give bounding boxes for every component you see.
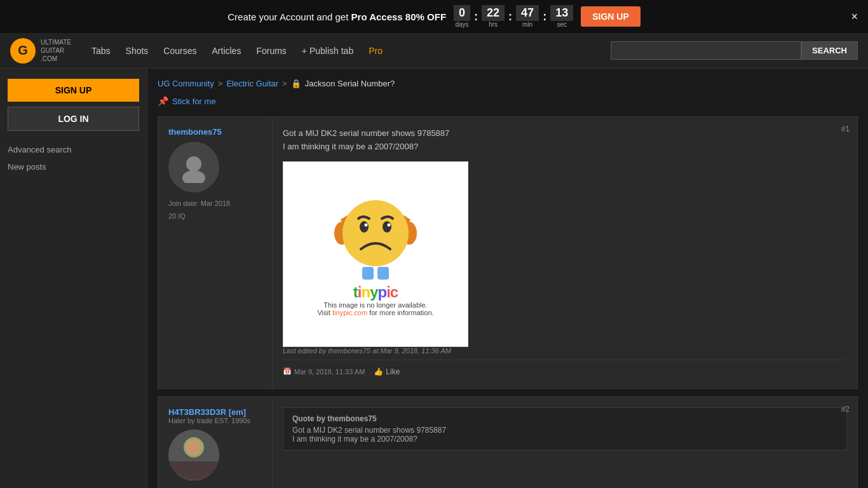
top-banner: Create your Account and get Pro Access 8… <box>0 0 868 33</box>
breadcrumb-sep1: > <box>218 79 223 88</box>
svg-point-5 <box>360 221 369 233</box>
post-1-like-button[interactable]: 👍 Like <box>369 365 405 378</box>
nav-shots-link[interactable]: Shots <box>118 33 156 69</box>
logo-text: ULTIMATE GUITAR .COM <box>41 38 71 63</box>
nav-tabs-link[interactable]: Tabs <box>84 33 118 69</box>
timer-colon-3: : <box>543 10 546 24</box>
sidebar-new-posts-link[interactable]: New posts <box>8 158 139 175</box>
default-avatar-icon <box>178 151 210 183</box>
thumbs-up-icon: 👍 <box>374 367 383 376</box>
breadcrumb-page-icon: 🔒 <box>291 79 301 88</box>
breadcrumb-guitar-link[interactable]: Electric Guitar <box>226 79 278 88</box>
nav-courses-link[interactable]: Courses <box>156 33 204 69</box>
post-1-content: #1 Got a MIJ DK2 serial number shows 978… <box>273 117 857 388</box>
logo[interactable]: G ULTIMATE GUITAR .COM <box>10 38 71 64</box>
breadcrumb: UG Community > Electric Guitar > 🔒 Jacks… <box>158 79 858 88</box>
svg-rect-10 <box>377 267 389 280</box>
post-1-footer: 📅 Mar 9, 2018, 11:33 AM 👍 Like <box>283 360 847 378</box>
timer-colon-2: : <box>508 10 512 24</box>
timer-sec: 13 sec <box>550 5 573 28</box>
timer-days: 0 days <box>454 5 470 28</box>
post-1-user-panel: thembones75 Join date: Mar 2018 20 IQ <box>158 117 273 388</box>
post-1-text: Got a MIJ DK2 serial number shows 978588… <box>283 127 847 154</box>
tinypic-brand: tinypic <box>353 283 398 301</box>
post-1: thembones75 Join date: Mar 2018 20 IQ #1 <box>158 116 858 389</box>
stick-for-me-area: 📌 Stick for me <box>158 96 858 106</box>
post-1-edit-note: Last edited by thembones75 at Mar 9, 201… <box>283 347 847 355</box>
sidebar-signup-button[interactable]: SIGN UP <box>8 79 139 102</box>
search-input[interactable] <box>611 41 801 60</box>
post-2-body: H4T3BR33D3R [em] Hater by trade EST. 199… <box>158 397 857 488</box>
sidebar-login-button[interactable]: LOG IN <box>8 107 139 131</box>
post-1-user-meta: Join date: Mar 2018 20 IQ <box>168 198 262 223</box>
tinypic-unavail-text: This image is no longer available. Visit… <box>307 301 444 316</box>
search-button[interactable]: SEARCH <box>801 41 858 60</box>
breadcrumb-page-title: Jackson Serial Number? <box>305 79 395 88</box>
tinypic-link: tinypic.com <box>332 309 367 316</box>
calendar-icon: 📅 <box>283 367 292 376</box>
nav-pro-link[interactable]: Pro <box>361 33 390 69</box>
svg-rect-16 <box>168 461 219 480</box>
svg-point-7 <box>383 221 391 233</box>
post-2-username[interactable]: H4T3BR33D3R [em] <box>168 407 246 417</box>
pin-icon: 📌 <box>158 96 168 106</box>
tinypic-smiley-svg <box>334 192 417 281</box>
search-area: SEARCH <box>611 41 858 60</box>
post-1-username[interactable]: thembones75 <box>168 127 262 137</box>
countdown-timer: 0 days : 22 hrs : 47 min : 13 sec <box>454 5 573 28</box>
banner-signup-button[interactable]: SIGN UP <box>581 6 641 27</box>
svg-point-6 <box>365 223 368 226</box>
post-2-number: #2 <box>841 405 850 414</box>
post-1-image: tinypic This image is no longer availabl… <box>283 161 468 347</box>
logo-icon: G <box>10 38 36 64</box>
svg-point-14 <box>186 439 202 456</box>
post-2-content: #2 Quote by thembones75 Got a MIJ DK2 se… <box>273 397 857 488</box>
nav-publish-link[interactable]: + Publish tab <box>294 33 361 69</box>
post-2: H4T3BR33D3R [em] Hater by trade EST. 199… <box>158 396 858 488</box>
nav-links: Tabs Shots Courses Articles Forums + Pub… <box>84 33 390 69</box>
post-2-user-role: Hater by trade EST. 1990s <box>168 417 262 424</box>
nav-bar: G ULTIMATE GUITAR .COM Tabs Shots Course… <box>0 33 868 69</box>
breadcrumb-sep2: > <box>282 79 287 88</box>
banner-text: Create your Account and get Pro Access 8… <box>227 11 446 22</box>
svg-point-0 <box>186 156 201 172</box>
main-container: SIGN UP LOG IN Advanced search New posts… <box>0 69 868 488</box>
banner-close-button[interactable]: × <box>851 10 858 24</box>
post-1-number: #1 <box>841 125 850 133</box>
post-2-quote: Quote by thembones75 Got a MIJ DK2 seria… <box>283 407 847 451</box>
svg-point-4 <box>342 200 409 266</box>
post-1-body: thembones75 Join date: Mar 2018 20 IQ #1 <box>158 117 857 388</box>
sidebar-advanced-search-link[interactable]: Advanced search <box>8 141 139 158</box>
post-2-avatar <box>168 430 219 480</box>
post-1-avatar <box>168 142 219 193</box>
nav-articles-link[interactable]: Articles <box>205 33 249 69</box>
timer-colon-1: : <box>474 10 478 24</box>
timer-min: 47 min <box>516 5 539 28</box>
timer-hrs: 22 hrs <box>482 5 505 28</box>
sidebar: SIGN UP LOG IN Advanced search New posts <box>0 69 147 488</box>
post-2-avatar-svg <box>168 430 219 480</box>
content-area: UG Community > Electric Guitar > 🔒 Jacks… <box>147 69 868 488</box>
svg-point-1 <box>182 170 205 183</box>
post-1-date: 📅 Mar 9, 2018, 11:33 AM <box>283 367 365 376</box>
svg-rect-9 <box>362 267 374 280</box>
post-2-user-panel: H4T3BR33D3R [em] Hater by trade EST. 199… <box>158 397 273 488</box>
svg-point-8 <box>388 223 391 226</box>
breadcrumb-community-link[interactable]: UG Community <box>158 79 214 88</box>
nav-forums-link[interactable]: Forums <box>248 33 294 69</box>
stick-for-me-link[interactable]: Stick for me <box>172 97 216 106</box>
